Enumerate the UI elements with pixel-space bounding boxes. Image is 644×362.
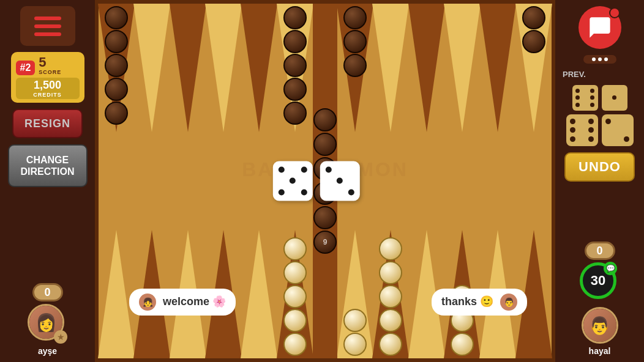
right-player-avatar-container: 30 💬 [580, 262, 620, 302]
triangle-21 [408, 4, 445, 132]
pd2-e8 [618, 102, 623, 106]
current-die-1 [566, 114, 598, 146]
checker-7-2 [283, 309, 307, 332]
right-player-score: 0 [585, 242, 615, 260]
chat-icon-button[interactable] [578, 6, 621, 49]
credits-value: 1,500 [16, 79, 80, 92]
center-checker-2 [313, 133, 337, 156]
checker-6-1 [343, 333, 367, 356]
checker-5-3 [379, 285, 402, 308]
checker-13-5 [105, 102, 128, 125]
triangle-8 [241, 230, 277, 358]
point-22[interactable] [444, 4, 480, 174]
left-player-name: ayşe [38, 346, 57, 356]
point-16[interactable] [206, 4, 241, 174]
right-player-avatar-image: 👨 [583, 309, 616, 342]
menu-line-2 [34, 24, 61, 28]
resign-button[interactable]: RESIGN [12, 109, 83, 138]
cd2-2 [624, 136, 629, 142]
more-button[interactable] [583, 55, 616, 64]
cd2-e3 [605, 127, 610, 132]
bottom-right-points [337, 188, 552, 358]
point-20[interactable] [373, 4, 408, 174]
score-block: 5 SCORE [39, 56, 61, 75]
board-wrapper: BACKGAMMONSTARS [95, 0, 555, 362]
cd1-6 [588, 136, 594, 142]
pd1-4 [590, 95, 594, 100]
pd1-e2 [582, 95, 586, 99]
backgammon-board[interactable]: BACKGAMMONSTARS [99, 4, 552, 358]
checker-5-5 [379, 237, 402, 260]
change-direction-button[interactable]: CHANGE DIRECTION [8, 144, 88, 187]
point-21[interactable] [409, 4, 444, 174]
dot-1-e1 [288, 165, 294, 171]
cd1-e1 [578, 117, 583, 123]
credits-label: CREDITS [16, 92, 80, 98]
checker-19-1 [343, 6, 367, 29]
dot-2-2 [337, 178, 343, 184]
left-player-star-badge: ★ [54, 330, 67, 344]
point-18[interactable] [277, 4, 313, 174]
change-direction-label: CHANGE DIRECTION [13, 154, 83, 177]
prev-die-1 [572, 85, 598, 111]
cd2-e4 [613, 127, 619, 132]
cd1-4 [588, 127, 594, 133]
current-die-2 [602, 114, 634, 146]
checker-7-5 [283, 237, 307, 260]
pd1-6 [590, 103, 594, 107]
pd1-e3 [582, 102, 586, 106]
point-24[interactable] [516, 4, 552, 174]
checker-7-3 [283, 285, 307, 308]
cd1-2 [588, 119, 594, 124]
cd1-e2 [578, 127, 583, 132]
bottom-left-area: 0 👩 ★ ayşe [28, 283, 67, 356]
triangle-16 [205, 4, 242, 132]
dot-1-1 [279, 167, 285, 173]
pd1-e1 [582, 87, 586, 92]
top-right-points [337, 4, 552, 174]
die-1 [273, 161, 313, 201]
undo-button[interactable]: UNDO [564, 152, 635, 182]
prev-die-2 [602, 85, 627, 111]
undo-label: UNDO [578, 159, 621, 175]
point-13[interactable] [99, 4, 134, 174]
pd1-2 [590, 89, 594, 93]
dot-1-5 [301, 189, 307, 195]
current-dice-container [566, 114, 634, 146]
cd2-e7 [613, 135, 619, 141]
checkers-24 [522, 6, 545, 53]
left-player-score: 0 [32, 283, 63, 301]
point-17[interactable] [241, 4, 277, 174]
prev-dice-container [572, 85, 627, 111]
checker-19-3 [343, 54, 367, 77]
rank-score-row: #2 5 SCORE [16, 56, 62, 75]
cd2-e5 [623, 127, 628, 132]
dot-1-4 [279, 189, 285, 195]
checkers-19 [343, 6, 367, 77]
checker-5-4 [379, 261, 402, 284]
point-23[interactable] [480, 4, 515, 174]
chat-bubble-left: 👧 welcome 🌸 [129, 289, 236, 316]
point-19[interactable] [337, 4, 373, 174]
timer-chat-icon: 💬 [604, 262, 617, 275]
triangle-23 [479, 4, 516, 132]
checkers-13 [105, 6, 128, 125]
checker-7-4 [283, 261, 307, 284]
point-15[interactable] [170, 4, 206, 174]
dot-2-e6 [335, 187, 341, 193]
checker-18-3 [283, 54, 307, 77]
cd2-e2 [623, 117, 628, 123]
pd2-e6 [604, 102, 608, 106]
dot-1-e3 [299, 176, 305, 182]
point-14[interactable] [134, 4, 170, 174]
cd1-3 [570, 127, 575, 133]
triangle-17 [241, 4, 277, 132]
prev-dice-label: PREV. [560, 70, 586, 79]
pd2-e3 [618, 87, 623, 92]
bottom-right-area: 0 30 💬 👨 hayal [580, 242, 620, 356]
dot-2-3 [348, 189, 354, 195]
menu-button[interactable] [20, 6, 75, 46]
dot-2-e5 [324, 187, 330, 193]
resign-label: RESIGN [24, 117, 70, 130]
checker-5-1 [379, 333, 402, 356]
